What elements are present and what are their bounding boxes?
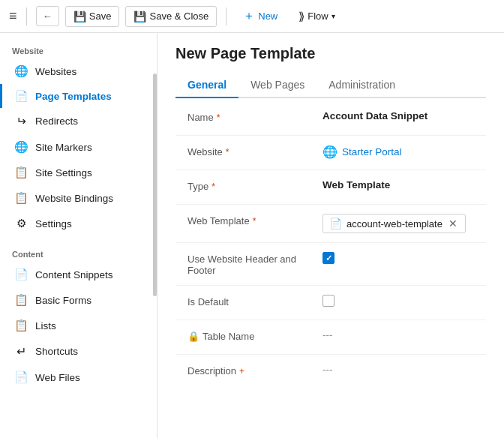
tabs-bar: General Web Pages Administration bbox=[176, 73, 486, 98]
sidebar-item-website-bindings-label: Website Bindings bbox=[35, 193, 113, 204]
field-table-name-label: 🔒 Table Name bbox=[188, 329, 322, 342]
sidebar-item-basic-forms[interactable]: 📋 Basic Forms bbox=[0, 287, 157, 313]
globe-icon: 🌐 bbox=[14, 64, 28, 78]
web-files-icon: 📄 bbox=[14, 370, 28, 384]
field-table-name-row: 🔒 Table Name --- bbox=[176, 320, 486, 355]
new-label: New bbox=[258, 10, 278, 22]
new-button[interactable]: ＋ New bbox=[236, 4, 285, 28]
sidebar-item-website-bindings[interactable]: 📋 Website Bindings bbox=[0, 185, 157, 211]
form-area: Name * Account Data Snippet Website * 🌐 … bbox=[176, 98, 486, 392]
back-icon: ← bbox=[43, 10, 52, 22]
required-star-5: + bbox=[239, 366, 244, 376]
template-tag-close-icon[interactable]: ✕ bbox=[447, 218, 459, 230]
sidebar-item-websites[interactable]: 🌐 Websites bbox=[0, 58, 157, 84]
header-footer-checkbox[interactable] bbox=[322, 252, 334, 264]
flow-button[interactable]: ⟫ Flow ▾ bbox=[291, 6, 342, 27]
sidebar-item-shortcuts[interactable]: ↵ Shortcuts bbox=[0, 338, 157, 364]
field-description-value: --- bbox=[322, 364, 474, 375]
save-close-button[interactable]: 💾 Save & Close bbox=[125, 6, 217, 27]
field-is-default-label: Is Default bbox=[188, 295, 322, 308]
save-close-label: Save & Close bbox=[149, 10, 208, 22]
is-default-checkbox[interactable] bbox=[322, 295, 334, 307]
field-header-footer-row: Use Website Header and Footer bbox=[176, 243, 486, 286]
toolbar-separator-2 bbox=[226, 8, 226, 26]
field-type-value: Web Template bbox=[322, 179, 474, 190]
flow-caret-icon: ▾ bbox=[332, 12, 335, 20]
save-label: Save bbox=[89, 10, 112, 22]
new-icon: ＋ bbox=[243, 8, 255, 24]
field-name-label: Name * bbox=[188, 110, 322, 123]
sidebar-item-web-files-label: Web Files bbox=[35, 372, 80, 383]
field-website-value[interactable]: 🌐 Starter Portal bbox=[322, 145, 474, 159]
sidebar-item-lists-label: Lists bbox=[35, 320, 56, 332]
sidebar-item-settings-label: Settings bbox=[35, 218, 72, 230]
field-is-default-row: Is Default bbox=[176, 286, 486, 320]
field-name-value: Account Data Snippet bbox=[322, 110, 474, 122]
flow-icon: ⟫ bbox=[298, 10, 304, 23]
shortcuts-icon: ↵ bbox=[14, 344, 28, 358]
sidebar-item-content-snippets-label: Content Snippets bbox=[35, 269, 113, 280]
sidebar-item-site-markers-label: Site Markers bbox=[35, 142, 92, 153]
toolbar: ≡ ← 💾 Save 💾 Save & Close ＋ New ⟫ Flow ▾ bbox=[0, 0, 504, 33]
template-tag-text: account-web-template bbox=[346, 218, 442, 230]
sidebar-item-lists[interactable]: 📋 Lists bbox=[0, 313, 157, 338]
sidebar-item-redirects-label: Redirects bbox=[35, 116, 78, 127]
field-table-name-value: --- bbox=[322, 329, 474, 340]
tab-general[interactable]: General bbox=[176, 73, 238, 98]
field-name-row: Name * Account Data Snippet bbox=[176, 101, 486, 136]
field-web-template-row: Web Template * 📄 account-web-template ✕ bbox=[176, 205, 486, 243]
sidebar-item-web-files[interactable]: 📄 Web Files bbox=[0, 364, 157, 390]
content-snippets-icon: 📄 bbox=[14, 268, 28, 281]
save-icon: 💾 bbox=[74, 10, 86, 22]
save-button[interactable]: 💾 Save bbox=[65, 6, 120, 27]
sidebar-section-website: Website bbox=[0, 39, 157, 58]
tab-administration[interactable]: Administration bbox=[316, 73, 407, 98]
required-star-3: * bbox=[212, 182, 215, 192]
sidebar-item-basic-forms-label: Basic Forms bbox=[35, 295, 92, 306]
sidebar-item-websites-label: Websites bbox=[35, 66, 76, 77]
content-inner: New Page Template General Web Pages Admi… bbox=[158, 33, 504, 404]
main-layout: Website 🌐 Websites 📄 Page Templates ↵ Re… bbox=[0, 33, 504, 438]
sidebar-item-settings[interactable]: ⚙ Settings bbox=[0, 211, 157, 236]
field-web-template-value: 📄 account-web-template ✕ bbox=[322, 214, 474, 233]
sidebar-item-redirects[interactable]: ↵ Redirects bbox=[0, 108, 157, 134]
website-bindings-icon: 📋 bbox=[14, 191, 28, 205]
sidebar: Website 🌐 Websites 📄 Page Templates ↵ Re… bbox=[0, 33, 158, 438]
template-doc-icon: 📄 bbox=[329, 218, 342, 230]
field-header-footer-label: Use Website Header and Footer bbox=[188, 252, 322, 276]
field-header-footer-value bbox=[322, 252, 474, 264]
tab-web-pages[interactable]: Web Pages bbox=[238, 73, 316, 98]
settings-icon: ⚙ bbox=[14, 217, 28, 230]
site-markers-icon: 🌐 bbox=[14, 140, 28, 154]
lists-icon: 📋 bbox=[14, 319, 28, 332]
field-web-template-label: Web Template * bbox=[188, 214, 322, 226]
field-type-row: Type * Web Template bbox=[176, 170, 486, 205]
lock-icon: 🔒 bbox=[188, 331, 200, 342]
hamburger-icon[interactable]: ≡ bbox=[9, 8, 17, 24]
save-close-icon: 💾 bbox=[134, 10, 146, 22]
sidebar-item-site-settings[interactable]: 📋 Site Settings bbox=[0, 160, 157, 185]
field-description-label: Description + bbox=[188, 364, 322, 376]
field-is-default-value bbox=[322, 295, 474, 307]
sidebar-item-page-templates-label: Page Templates bbox=[35, 91, 112, 102]
sidebar-section-content: Content bbox=[0, 242, 157, 262]
website-globe-icon: 🌐 bbox=[322, 145, 338, 159]
field-website-label: Website * bbox=[188, 145, 322, 158]
basic-forms-icon: 📋 bbox=[14, 293, 28, 307]
field-type-label: Type * bbox=[188, 179, 322, 192]
site-settings-icon: 📋 bbox=[14, 166, 28, 179]
sidebar-item-page-templates[interactable]: 📄 Page Templates bbox=[0, 84, 157, 108]
toolbar-separator-1 bbox=[26, 8, 27, 26]
field-website-row: Website * 🌐 Starter Portal bbox=[176, 136, 486, 170]
sidebar-item-content-snippets[interactable]: 📄 Content Snippets bbox=[0, 262, 157, 287]
back-button[interactable]: ← bbox=[36, 6, 59, 26]
required-star-4: * bbox=[253, 216, 256, 226]
required-star: * bbox=[217, 112, 220, 123]
sidebar-item-site-settings-label: Site Settings bbox=[35, 167, 92, 178]
flow-label: Flow bbox=[308, 10, 328, 22]
redirects-icon: ↵ bbox=[14, 114, 28, 128]
required-star-2: * bbox=[226, 147, 230, 158]
field-description-row: Description + --- bbox=[176, 355, 486, 389]
sidebar-item-site-markers[interactable]: 🌐 Site Markers bbox=[0, 134, 157, 160]
web-template-tag[interactable]: 📄 account-web-template ✕ bbox=[322, 214, 466, 233]
